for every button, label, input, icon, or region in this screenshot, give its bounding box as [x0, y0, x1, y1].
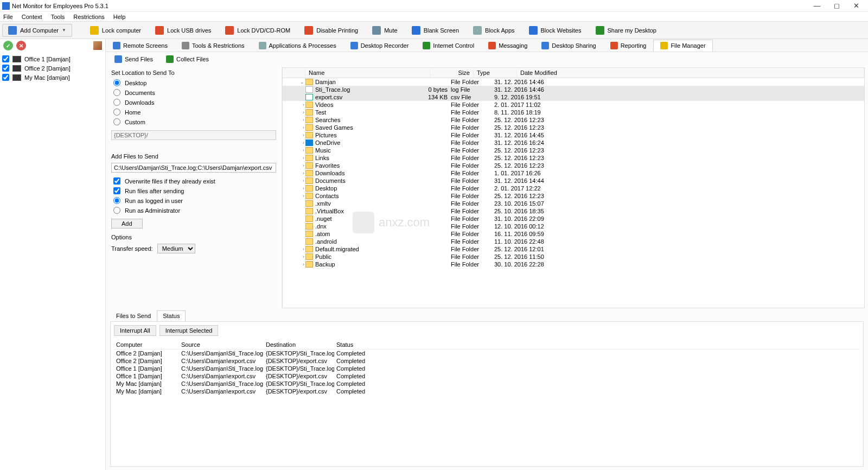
- tree-toggle-icon[interactable]: ›: [283, 148, 305, 153]
- computer-checkbox[interactable]: [2, 65, 9, 72]
- tree-toggle-icon[interactable]: ›: [283, 110, 305, 115]
- tb-blank-screen[interactable]: Blank Screen: [406, 24, 465, 37]
- file-row[interactable]: ›SearchesFile Folder25. 12. 2016 12:23: [283, 116, 864, 124]
- location-radio-downloads[interactable]: [113, 99, 120, 106]
- file-row[interactable]: ›VideosFile Folder2. 01. 2017 11:02: [283, 101, 864, 109]
- files-input[interactable]: [111, 163, 276, 173]
- computer-checkbox[interactable]: [2, 55, 9, 62]
- file-row[interactable]: .androidFile Folder11. 10. 2016 22:48: [283, 238, 864, 245]
- file-row[interactable]: ›PicturesFile Folder31. 12. 2016 14:45: [283, 131, 864, 139]
- file-row[interactable]: ›DocumentsFile Folder31. 12. 2016 14:44: [283, 177, 864, 185]
- close-button[interactable]: ✕: [846, 2, 866, 10]
- file-row[interactable]: ›TestFile Folder8. 11. 2016 18:19: [283, 109, 864, 116]
- bottom-tab-status[interactable]: Status: [157, 310, 186, 321]
- file-row[interactable]: Sti_Trace.log0 byteslog File31. 12. 2016…: [283, 86, 864, 93]
- tb-lock-usb-drives[interactable]: Lock USB drives: [149, 24, 217, 37]
- tree-toggle-icon[interactable]: ›: [283, 163, 305, 168]
- interrupt-all-button[interactable]: Interrupt All: [114, 325, 156, 336]
- tree-toggle-icon[interactable]: ›: [283, 117, 305, 123]
- tab-desktop-recorder[interactable]: Desktop Recorder: [343, 40, 416, 52]
- run-after-checkbox[interactable]: [113, 187, 120, 194]
- interrupt-selected-button[interactable]: Interrupt Selected: [159, 325, 219, 336]
- tree-toggle-icon[interactable]: ›: [283, 140, 305, 145]
- tb-disable-printing[interactable]: Disable Printing: [298, 24, 364, 37]
- menu-file[interactable]: File: [3, 14, 13, 20]
- tree-toggle-icon[interactable]: ⌄: [283, 79, 305, 85]
- tab-file-manager[interactable]: File Manager: [653, 40, 712, 52]
- computer-item[interactable]: Office 1 [Damjan]: [0, 54, 105, 63]
- tree-toggle-icon[interactable]: ›: [283, 170, 305, 176]
- tb-block-apps[interactable]: Block Apps: [467, 24, 520, 37]
- add-button[interactable]: Add: [111, 219, 143, 228]
- menu-restrictions[interactable]: Restrictions: [73, 14, 104, 20]
- tb-share-my-desktop[interactable]: Share my Desktop: [590, 24, 662, 37]
- status-row[interactable]: My Mac [damjan]C:\Users\Damjan\Sti_Trace…: [114, 380, 860, 388]
- file-row[interactable]: ›DesktopFile Folder2. 01. 2017 12:22: [283, 185, 864, 192]
- computer-checkbox[interactable]: [2, 74, 9, 81]
- tree-toggle-icon[interactable]: ›: [283, 125, 305, 130]
- tab-messaging[interactable]: Messaging: [481, 40, 534, 52]
- overwrite-checkbox[interactable]: [113, 177, 120, 185]
- status-col-source[interactable]: Source: [179, 340, 264, 349]
- runas-radio[interactable]: [113, 197, 120, 204]
- file-row[interactable]: .atomFile Folder16. 11. 2016 09:59: [283, 230, 864, 238]
- tree-toggle-icon[interactable]: ›: [283, 262, 305, 267]
- col-size[interactable]: Size: [430, 68, 474, 78]
- tab-tools-restrictions[interactable]: Tools & Restrictions: [175, 40, 252, 52]
- tree-toggle-icon[interactable]: ›: [283, 254, 305, 259]
- status-row[interactable]: Office 1 [Damjan]C:\Users\Damjan\Sti_Tra…: [114, 365, 860, 372]
- col-type[interactable]: Type: [474, 68, 517, 78]
- computer-item[interactable]: My Mac [damjan]: [0, 73, 105, 82]
- brush-icon[interactable]: [93, 41, 102, 50]
- tab-applications-processes[interactable]: Applications & Processes: [252, 40, 343, 52]
- file-row[interactable]: .dnxFile Folder12. 10. 2016 00:12: [283, 223, 864, 230]
- runas-radio[interactable]: [113, 207, 120, 214]
- computer-item[interactable]: Office 2 [Damjan]: [0, 63, 105, 73]
- file-row[interactable]: export.csv134 KBcsv File9. 12. 2016 19:5…: [283, 93, 864, 101]
- tab-desktop-sharing[interactable]: Desktop Sharing: [534, 40, 603, 52]
- menu-tools[interactable]: Tools: [51, 14, 65, 20]
- tb-block-websites[interactable]: Block Websites: [523, 24, 588, 37]
- status-col-status[interactable]: Status: [334, 340, 388, 349]
- tb-lock-dvd-cd-rom[interactable]: Lock DVD/CD-ROM: [219, 24, 296, 37]
- location-radio-documents[interactable]: [113, 89, 120, 96]
- tab-internet-control[interactable]: Internet Control: [416, 40, 481, 52]
- menu-context[interactable]: Context: [22, 14, 42, 20]
- status-col-destination[interactable]: Destination: [264, 340, 334, 349]
- location-radio-custom[interactable]: [113, 118, 120, 125]
- status-row[interactable]: My Mac [damjan]C:\Users\Damjan\export.cs…: [114, 388, 860, 395]
- file-row[interactable]: ›BackupFile Folder30. 10. 2016 22:28: [283, 261, 864, 268]
- file-row[interactable]: .xmltvFile Folder23. 10. 2016 15:07: [283, 200, 864, 207]
- tree-toggle-icon[interactable]: ›: [283, 102, 305, 107]
- sub-collect-files[interactable]: Collect Files: [162, 54, 213, 65]
- col-date[interactable]: Date Modified: [517, 68, 864, 78]
- file-row[interactable]: ›OneDriveFile Folder31. 12. 2016 16:24: [283, 139, 864, 147]
- tab-reporting[interactable]: Reporting: [603, 40, 654, 52]
- file-row[interactable]: ›ContactsFile Folder25. 12. 2016 12:23: [283, 192, 864, 200]
- location-radio-desktop[interactable]: [113, 79, 120, 86]
- file-row[interactable]: ›Saved GamesFile Folder25. 12. 2016 12:2…: [283, 124, 864, 131]
- tb-add-computer[interactable]: Add Computer▼: [2, 24, 72, 37]
- menu-help[interactable]: Help: [113, 14, 126, 20]
- status-row[interactable]: Office 2 [Damjan]C:\Users\Damjan\Sti_Tra…: [114, 350, 860, 357]
- tree-toggle-icon[interactable]: ›: [283, 186, 305, 191]
- tb-mute[interactable]: Mute: [366, 24, 403, 37]
- file-row[interactable]: ⌄DamjanFile Folder31. 12. 2016 14:46: [283, 78, 864, 86]
- maximize-button[interactable]: ◻: [827, 2, 846, 10]
- sub-send-files[interactable]: Send Files: [110, 54, 157, 65]
- file-row[interactable]: ›FavoritesFile Folder25. 12. 2016 12:23: [283, 162, 864, 169]
- tb-lock-computer[interactable]: Lock computer: [84, 24, 147, 37]
- file-row[interactable]: .nugetFile Folder31. 10. 2016 22:09: [283, 215, 864, 223]
- tab-remote-screens[interactable]: Remote Screens: [106, 40, 175, 52]
- file-row[interactable]: ›Default.migratedFile Folder25. 12. 2016…: [283, 245, 864, 253]
- tree-toggle-icon[interactable]: ›: [283, 132, 305, 138]
- tree-toggle-icon[interactable]: ›: [283, 178, 305, 183]
- minimize-button[interactable]: —: [807, 2, 827, 10]
- file-row[interactable]: .VirtualBoxFile Folder25. 10. 2016 18:35: [283, 207, 864, 215]
- file-row[interactable]: ›DownloadsFile Folder1. 01. 2017 16:26: [283, 169, 864, 177]
- tree-toggle-icon[interactable]: ›: [283, 193, 305, 199]
- reject-icon[interactable]: ✕: [16, 41, 26, 50]
- transfer-speed-select[interactable]: Medium: [157, 244, 195, 253]
- col-name[interactable]: Name: [305, 68, 430, 78]
- file-row[interactable]: ›LinksFile Folder25. 12. 2016 12:23: [283, 154, 864, 162]
